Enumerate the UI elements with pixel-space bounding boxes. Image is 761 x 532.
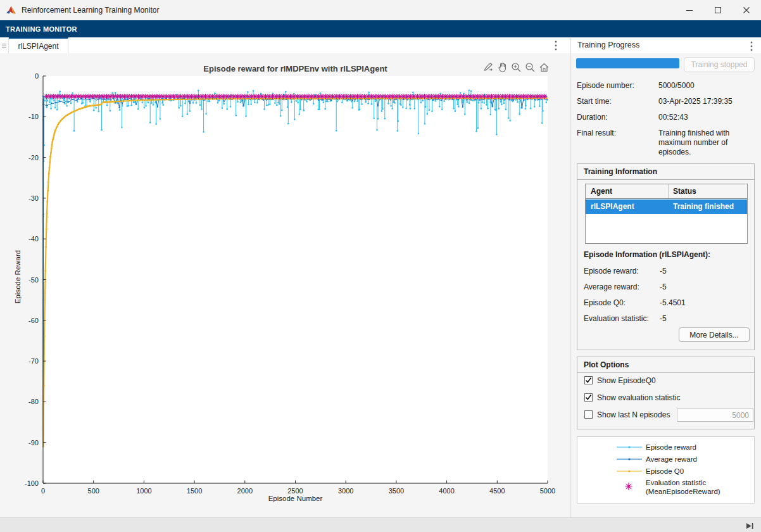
progress-row-label: Start time: <box>577 97 612 106</box>
more-details-button[interactable]: More Details... <box>679 327 750 342</box>
document-options-kebab[interactable] <box>550 39 562 53</box>
progress-row-value: Training finished with maximum number of… <box>658 129 757 157</box>
agent-status-table[interactable]: AgentStatusrlLSPIAgentTraining finished <box>585 184 748 244</box>
asterisk-marker-icon <box>624 481 633 493</box>
training-progress-title: Training Progress <box>577 41 639 49</box>
chart-legend: Episode rewardAverage rewardEpisode Q0Ev… <box>577 436 755 504</box>
y-axis-label: Episode Reward <box>14 242 22 312</box>
window-titlebar: Reinforcement Learning Training Monitor <box>0 0 761 20</box>
legend-label: Evaluation statistic(MeanEpisodeReward) <box>646 478 720 496</box>
training-information-section: Training Information AgentStatusrlLSPIAg… <box>577 163 755 350</box>
plot-option-label: Show last N episodes <box>597 410 670 419</box>
chart-panel: Episode reward for rlMDPEnv with rlLSPIA… <box>0 53 570 517</box>
svg-text:500: 500 <box>88 487 99 495</box>
progress-row-value: 00:52:43 <box>658 113 755 122</box>
svg-text:-40: -40 <box>28 235 39 243</box>
svg-text:4500: 4500 <box>489 487 505 495</box>
maximize-button[interactable] <box>704 0 733 20</box>
svg-text:-30: -30 <box>28 194 39 202</box>
svg-text:-20: -20 <box>28 154 39 162</box>
svg-text:0: 0 <box>41 487 45 495</box>
svg-text:-80: -80 <box>28 398 39 405</box>
expand-statusbar-icon[interactable] <box>745 521 754 532</box>
svg-text:2500: 2500 <box>287 487 303 495</box>
table-cell-status: Training finished <box>673 202 734 211</box>
svg-text:-10: -10 <box>28 113 39 120</box>
legend-label: Average reward <box>646 455 697 464</box>
plot-options-section: Plot Options Show EpisodeQ0Show evaluati… <box>577 357 755 429</box>
svg-text:1000: 1000 <box>136 487 151 495</box>
svg-text:-70: -70 <box>28 357 39 365</box>
legend-label: Episode reward <box>646 443 696 452</box>
line-marker-icon <box>617 467 642 477</box>
training-progress-bar <box>576 58 679 68</box>
episode-reward-plot[interactable]: 0-10-20-30-40-50-60-70-80-90-10005001000… <box>0 53 570 517</box>
table-header-row: AgentStatus <box>586 184 747 199</box>
progress-row-label: Duration: <box>577 113 608 122</box>
legend-label: Episode Q0 <box>646 467 684 476</box>
progress-row-value: 5000/5000 <box>658 81 755 91</box>
progress-row-label: Final result: <box>577 129 616 137</box>
plot-options-title: Plot Options <box>584 360 629 369</box>
toolstrip-label: TRAINING MONITOR <box>6 25 77 33</box>
close-button[interactable] <box>733 0 761 20</box>
progress-row-value: 03-Apr-2025 17:39:35 <box>658 97 755 106</box>
svg-text:3500: 3500 <box>389 487 404 495</box>
training-progress-kebab[interactable] <box>746 39 757 53</box>
line-marker-icon <box>617 443 642 453</box>
plot-option-label: Show EpisodeQ0 <box>597 376 656 385</box>
table-header-agent: Agent <box>591 187 612 196</box>
checkbox-checked[interactable] <box>584 376 593 384</box>
svg-text:1500: 1500 <box>187 487 202 495</box>
window-title: Reinforcement Learning Training Monitor <box>22 6 159 15</box>
episode-stat-value: -5 <box>660 314 667 323</box>
line-marker-icon <box>617 455 642 465</box>
progress-row-label: Episode number: <box>577 81 634 90</box>
training-information-title: Training Information <box>584 167 657 176</box>
dock-gripper[interactable] <box>0 37 9 54</box>
episode-stat-value: -5.4501 <box>660 298 686 307</box>
episode-stat-label: Evaluation statistic: <box>584 314 649 323</box>
tab-rllspiagent[interactable]: rlLSPIAgent <box>9 37 68 54</box>
svg-text:-60: -60 <box>28 317 39 324</box>
table-header-status: Status <box>673 187 696 196</box>
training-progress-header: Training Progress <box>571 37 761 54</box>
last-n-episodes-input[interactable] <box>677 408 753 422</box>
plot-option-label: Show evaluation statistic <box>597 393 680 402</box>
training-stopped-button[interactable]: Training stopped <box>684 57 755 72</box>
checkbox-checked[interactable] <box>584 393 593 402</box>
status-bar <box>0 517 761 532</box>
svg-text:0: 0 <box>35 72 39 80</box>
document-tab-bar: rlLSPIAgent <box>0 37 570 54</box>
svg-text:2000: 2000 <box>237 487 253 495</box>
checkbox-unchecked[interactable] <box>584 410 593 419</box>
episode-stat-label: Episode reward: <box>584 267 639 276</box>
svg-text:3000: 3000 <box>338 487 353 495</box>
toolstrip-tab-training-monitor[interactable]: TRAINING MONITOR <box>0 20 761 37</box>
episode-information-title: Episode Information (rlLSPIAgent): <box>584 250 710 259</box>
svg-text:-90: -90 <box>28 439 39 446</box>
svg-text:5000: 5000 <box>540 487 555 495</box>
minimize-button[interactable] <box>676 0 704 20</box>
table-row-agent[interactable]: rlLSPIAgentTraining finished <box>586 200 747 214</box>
svg-text:-100: -100 <box>25 479 39 487</box>
episode-stat-value: -5 <box>660 282 667 291</box>
matlab-logo-icon <box>6 5 16 15</box>
episode-stat-label: Episode Q0: <box>584 298 626 307</box>
x-axis-label: Episode Number <box>43 495 548 502</box>
svg-text:-50: -50 <box>28 276 39 284</box>
training-progress-panel: Training stopped Episode number:5000/500… <box>571 53 761 517</box>
episode-stat-value: -5 <box>660 267 667 276</box>
episode-stat-label: Average reward: <box>584 282 639 291</box>
table-cell-agent: rlLSPIAgent <box>591 202 634 211</box>
svg-text:4000: 4000 <box>439 487 454 495</box>
